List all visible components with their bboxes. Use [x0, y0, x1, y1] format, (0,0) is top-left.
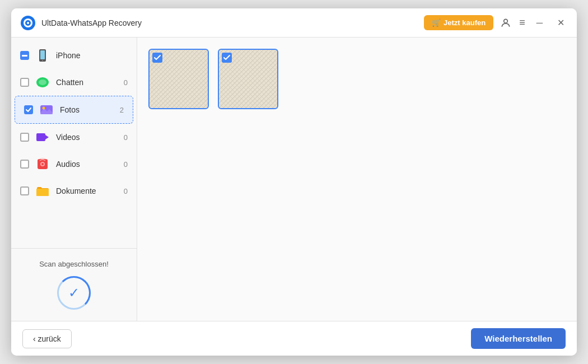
svg-point-13 [43, 107, 45, 110]
video-icon [35, 129, 50, 145]
svg-rect-7 [40, 50, 45, 59]
user-icon[interactable] [500, 17, 511, 29]
dokumente-checkbox[interactable] [20, 186, 29, 195]
title-bar: UltData-WhatsApp Recovery 🛒 Jetzt kaufen… [11, 8, 577, 38]
close-button[interactable]: ✕ [554, 16, 568, 29]
svg-point-10 [39, 80, 46, 85]
app-window: UltData-WhatsApp Recovery 🛒 Jetzt kaufen… [11, 8, 577, 356]
svg-rect-5 [22, 55, 27, 57]
sidebar-item-videos[interactable]: Videos 0 [11, 124, 137, 151]
audios-count: 0 [124, 160, 128, 169]
sidebar-item-iphone-label: iPhone [56, 51, 128, 60]
videos-checkbox[interactable] [20, 133, 29, 142]
minimize-button[interactable]: ─ [533, 17, 546, 29]
audios-checkbox[interactable] [20, 160, 29, 169]
sidebar-item-audios[interactable]: Audios 0 [11, 151, 137, 178]
menu-icon[interactable]: ≡ [519, 17, 525, 29]
back-button[interactable]: ‹ zurück [22, 329, 72, 348]
scan-circle: ✓ [57, 276, 91, 310]
chatten-count: 0 [124, 78, 128, 87]
scan-complete-title: Scan abgeschlossen! [39, 260, 109, 268]
audio-icon [35, 156, 50, 172]
cart-icon: 🛒 [432, 18, 441, 27]
phone-icon [35, 48, 50, 63]
folder-icon [35, 183, 50, 199]
svg-marker-15 [45, 135, 49, 139]
fotos-count: 2 [120, 106, 124, 114]
title-bar-icons: ≡ ─ ✕ [500, 16, 568, 29]
photo-2-checkbox[interactable] [222, 53, 232, 63]
sidebar-item-audios-label: Audios [56, 160, 118, 169]
svg-point-8 [42, 60, 43, 61]
fotos-checkbox[interactable] [24, 105, 33, 114]
sidebar-item-dokumente-label: Dokumente [56, 186, 118, 195]
chatten-checkbox[interactable] [20, 78, 29, 87]
sidebar-item-chatten-label: Chatten [56, 78, 118, 87]
app-title: UltData-WhatsApp Recovery [41, 18, 424, 27]
restore-button[interactable]: Wiederherstellen [471, 328, 566, 349]
svg-rect-14 [36, 133, 45, 141]
sidebar-item-fotos-label: Fotos [60, 105, 114, 114]
sidebar-item-iphone[interactable]: iPhone [11, 42, 137, 69]
svg-rect-19 [36, 189, 49, 196]
photo-1-checkbox[interactable] [152, 53, 162, 63]
svg-point-3 [27, 22, 29, 24]
sidebar-items: iPhone Chatten 0 [11, 38, 137, 248]
sidebar: iPhone Chatten 0 [11, 38, 137, 321]
content-area [137, 38, 577, 321]
photo-thumb-2[interactable] [218, 49, 278, 109]
svg-point-18 [41, 163, 44, 165]
photo-icon [39, 102, 54, 118]
bottom-bar: ‹ zurück Wiederherstellen [11, 321, 577, 356]
buy-button[interactable]: 🛒 Jetzt kaufen [424, 15, 493, 30]
sidebar-item-videos-label: Videos [56, 133, 118, 142]
app-logo [20, 15, 36, 31]
sidebar-item-chatten[interactable]: Chatten 0 [11, 69, 137, 96]
chat-icon [35, 74, 50, 90]
sidebar-item-dokumente[interactable]: Dokumente 0 [11, 178, 137, 204]
checkmark-icon: ✓ [68, 285, 80, 301]
dokumente-count: 0 [124, 187, 128, 195]
iphone-checkbox[interactable] [20, 51, 29, 60]
svg-point-4 [504, 19, 508, 23]
scan-complete-panel: Scan abgeschlossen! ✓ [11, 248, 137, 321]
sidebar-item-fotos[interactable]: Fotos 2 [15, 96, 133, 124]
main-content: iPhone Chatten 0 [11, 38, 577, 321]
videos-count: 0 [124, 133, 128, 142]
photo-thumb-1[interactable] [148, 49, 209, 109]
